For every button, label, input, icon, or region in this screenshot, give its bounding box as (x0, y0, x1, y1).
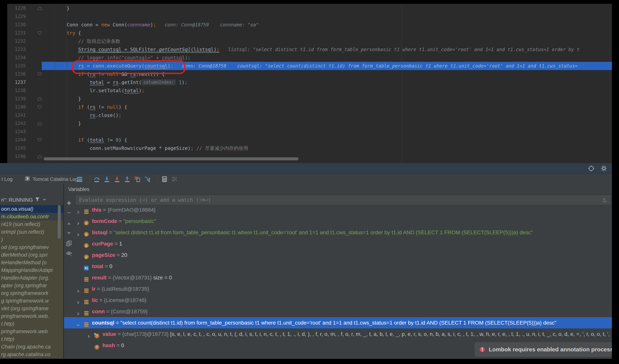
fold-marker-end-icon[interactable] (37, 96, 42, 101)
run-to-cursor-icon[interactable] (144, 176, 151, 183)
code-line-1238[interactable]: 1238 lr.setTotal(total); (7, 86, 612, 95)
variable-row-curPage[interactable]: pcurPage = 1 (64, 238, 612, 249)
stack-frame-row[interactable]: leHandlerMethod (o (0, 259, 63, 266)
fold-marker-end-icon[interactable] (37, 154, 42, 159)
stack-frame-row[interactable]: Chain (org.apache.ca (0, 343, 63, 351)
chevron-right-icon[interactable] (76, 218, 81, 224)
fold-marker-collapse-icon[interactable] (37, 105, 42, 110)
line-number-1240[interactable]: 1240 (7, 103, 26, 111)
variable-row-lic[interactable]: lic = {License@18746} (64, 295, 612, 306)
chevron-down-icon[interactable] (76, 320, 81, 325)
line-number-1243[interactable]: 1243 (7, 128, 26, 136)
editor-horizontal-scrollbar[interactable] (44, 157, 298, 160)
line-number-1232[interactable]: 1232 (7, 37, 26, 45)
line-number-1234[interactable]: 1234 (7, 54, 26, 62)
code-line-1230[interactable]: 1230Conn conn = new Conn(connname);conn:… (7, 21, 612, 29)
code-line-1233[interactable]: 1233 String countsql = SQLFilter.getCoun… (7, 45, 612, 54)
fold-marker-collapse-icon[interactable] (37, 30, 42, 36)
variable-row-lr[interactable]: lr = {ListResult@18735} (64, 283, 612, 295)
code-line-1244[interactable]: 1244 if (total != 0) { (7, 136, 612, 144)
stack-frame-row[interactable]: vlet (org.springframe (0, 305, 63, 312)
code-line-1237[interactable]: 1237 total = rs.getInt(columnIndex: 1); (7, 78, 612, 86)
line-number-1238[interactable]: 1238 (7, 86, 26, 95)
variable-row-conn[interactable]: conn = {Conn@18759} (64, 306, 612, 317)
chevron-right-icon[interactable] (76, 286, 81, 291)
variable-row-this[interactable]: this = {FormDAO@18684} (64, 204, 612, 216)
line-number-1235[interactable]: 1235 (7, 62, 26, 70)
stack-frame-row[interactable]: dlerMethod (org.spri (0, 251, 63, 259)
fold-marker-collapse-icon[interactable] (37, 137, 42, 143)
chevron-right-icon[interactable] (76, 230, 81, 235)
line-number-1244[interactable]: 1244 (7, 136, 26, 144)
stack-frame-row[interactable]: apter (org.springfrar (0, 282, 63, 289)
line-number-1242[interactable]: 1242 (7, 120, 26, 128)
variable-row-total[interactable]: 01total = 0 (64, 261, 612, 272)
code-line-1228[interactable]: 1228} (7, 4, 612, 13)
tab-tomcat-catalina-log[interactable]: Tomcat Catalina Log (25, 174, 78, 184)
stack-frame-row[interactable]: rg.apache.catalina.co (0, 351, 63, 358)
evaluate-expression-input[interactable]: Evaluate expression (⏎) or add a watch (… (76, 196, 610, 204)
line-number-1239[interactable]: 1239 (7, 95, 26, 103)
variable-row-result[interactable]: result = {Vector@18731} size = 0 (64, 272, 612, 283)
code-line-1245[interactable]: 1245 conn.setMaxRows(curPage * pageSize)… (7, 144, 612, 152)
trace-stream-chain-icon[interactable] (171, 176, 178, 183)
code-line-1241[interactable]: 1241 rs.close(); (7, 111, 612, 120)
chevron-right-icon[interactable] (76, 309, 81, 314)
chevron-right-icon[interactable] (86, 331, 91, 337)
stack-frame-row[interactable]: MappingHandlerAdapt (0, 266, 63, 274)
stack-frame-row[interactable]: HandlerAdapter (org. (0, 274, 63, 282)
step-over-icon[interactable] (93, 176, 100, 183)
locate-execution-point-icon[interactable] (588, 165, 595, 173)
chevron-down-icon[interactable] (42, 197, 47, 203)
variable-row-countsql[interactable]: countsql = "select count(distinct t1.id)… (64, 317, 612, 328)
filter-funnel-icon[interactable] (34, 197, 40, 204)
stack-frame-row[interactable]: orImpl (sun.reflect) (0, 228, 63, 236)
stack-frame-row[interactable]: oon.oa.visual) (0, 205, 63, 213)
tab-log[interactable]: t Log (1, 174, 13, 184)
code-line-1240[interactable]: 1240 if (rs != null) { (7, 103, 612, 111)
stack-frame-row[interactable]: t.http) (0, 320, 63, 328)
variable-row-listsql[interactable]: plistsql = "select distinct t1.id from f… (64, 227, 612, 238)
line-number-1237[interactable]: 1237 (7, 78, 26, 86)
stack-frame-row[interactable]: g.springframework.w (0, 297, 63, 305)
step-out-icon[interactable] (124, 176, 131, 183)
stack-frame-row[interactable]: od (org.springframev (0, 243, 63, 251)
code-line-1243[interactable]: 1243 (7, 128, 612, 136)
variables-tab-label[interactable]: Variables (68, 186, 89, 192)
drop-frame-icon[interactable] (134, 176, 141, 183)
line-number-1245[interactable]: 1245 (7, 144, 26, 152)
notification-balloon[interactable]: Lombok requires enabled annotation proce… (475, 342, 612, 357)
code-line-1232[interactable]: 1232 // 取得总记录条数 (7, 37, 612, 45)
line-number-1231[interactable]: 1231 (7, 29, 26, 37)
variable-row-value[interactable]: fvalue = {char[173]@18773} [s, e, l, e, … (64, 328, 612, 340)
step-into-icon[interactable] (103, 176, 110, 183)
stack-frame-row[interactable]: ) (0, 236, 63, 243)
show-execution-point-icon[interactable] (76, 176, 83, 183)
variable-row-pageSize[interactable]: ppageSize = 20 (64, 249, 612, 261)
code-editor[interactable]: 1228}12291230Conn conn = new Conn(connna… (7, 4, 612, 163)
stack-frame-row[interactable]: pringframework.web. (0, 312, 63, 320)
fold-marker-collapse-icon[interactable] (37, 72, 42, 77)
code-line-1242[interactable]: 1242 } (7, 120, 612, 128)
line-number-1241[interactable]: 1241 (7, 111, 26, 120)
line-number-1246[interactable]: 1246 (7, 152, 26, 161)
stack-frame-row[interactable]: t.http) (0, 335, 63, 343)
line-number-1228[interactable]: 1228 (7, 4, 26, 13)
add-to-watches-icon[interactable] (602, 197, 607, 203)
force-step-into-icon[interactable] (113, 176, 120, 183)
variable-row-formCode[interactable]: pformCode = "personbasic" (64, 216, 612, 227)
line-number-1229[interactable]: 1229 (7, 13, 26, 21)
stack-frame-row[interactable]: org.springframework (0, 289, 63, 297)
code-line-1229[interactable]: 1229 (7, 13, 612, 21)
code-line-1239[interactable]: 1239 } (7, 95, 612, 103)
evaluate-expression-icon[interactable] (161, 176, 168, 183)
stack-frame-row[interactable]: m.cloudweb.oa.contr (0, 213, 63, 220)
chevron-right-icon[interactable] (76, 297, 81, 303)
frames-scrollbar[interactable] (58, 205, 61, 239)
stack-frame-row[interactable]: r419 (sun.reflect) (0, 220, 63, 228)
line-number-1233[interactable]: 1233 (7, 45, 26, 54)
line-number-1230[interactable]: 1230 (7, 21, 26, 29)
settings-gear-icon[interactable] (600, 165, 607, 173)
code-line-1231[interactable]: 1231try { (7, 29, 612, 37)
chevron-right-icon[interactable] (76, 207, 81, 212)
